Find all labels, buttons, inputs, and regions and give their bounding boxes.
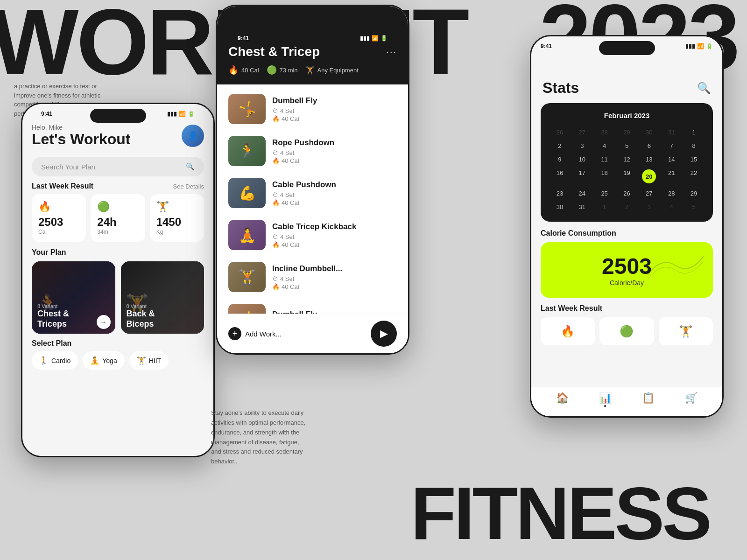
plan-nav-icon[interactable]: 📋 — [642, 392, 655, 404]
exercise-details-kickback: ⏱ 4 Set 🔥 40 Cal — [272, 233, 397, 248]
exercise-name-kickback: Cable Tricep Kickback — [272, 222, 397, 231]
plan-arrow-chest[interactable]: → — [97, 315, 111, 329]
phone1-greeting-block: Helo, Mike Let's Workout — [32, 124, 130, 147]
cal-day-31[interactable]: 31 — [571, 201, 593, 213]
exercise-details-cable: ⏱ 4 Set 🔥 40 Cal — [272, 191, 397, 206]
cal-day-13[interactable]: 13 — [638, 153, 660, 166]
exercise-item-dumbbell-fly[interactable]: 🤸 Dumbell Fly ⏱ 4 Set 🔥 40 Cal — [217, 88, 408, 130]
stat-card-weight: 🏋️ 1450 Kg — [150, 194, 204, 242]
plan-card-back[interactable]: 🏋️ 8 Variant Back &Biceps — [121, 261, 204, 334]
stats-search-icon[interactable]: 🔍 — [697, 82, 711, 95]
search-icon[interactable]: 🔍 — [186, 162, 195, 171]
cal-day-8[interactable]: 8 — [683, 140, 705, 152]
cal-prev-30: 30 — [638, 126, 660, 139]
cal-day-25[interactable]: 25 — [594, 187, 615, 200]
cal-icon3: 🔥 — [272, 199, 280, 206]
phone2-exercise-list: 🤸 Dumbell Fly ⏱ 4 Set 🔥 40 Cal — [217, 84, 408, 336]
nav-home[interactable]: 🏠 — [556, 392, 569, 407]
cal-day-20[interactable]: 20 — [638, 167, 660, 186]
cal-day-1[interactable]: 1 — [683, 126, 705, 139]
home-icon[interactable]: 🏠 — [556, 392, 569, 404]
exercise-img-rope: 🏃 — [228, 136, 266, 166]
play-button[interactable]: ▶ — [371, 321, 397, 347]
cardio-icon: 🚶 — [39, 356, 49, 365]
phone3-wifi: 📶 — [697, 43, 704, 49]
clock-icon: 🟢 — [97, 201, 138, 213]
calorie-card: 2503 Calorie/Day — [541, 242, 713, 298]
lw-flame-icon: 🔥 — [561, 325, 575, 338]
plan-variant-back: 8 Variant — [127, 303, 199, 309]
cal-day-14[interactable]: 14 — [661, 153, 682, 166]
nav-active-dot — [604, 405, 606, 407]
cal-day-23[interactable]: 23 — [549, 187, 571, 200]
phone2-more-button[interactable]: ··· — [386, 47, 397, 57]
exercise-item-rope-pushdown[interactable]: 🏃 Rope Pushdown ⏱ 4 Set 🔥 40 Cal — [217, 130, 408, 172]
cal-day-29[interactable]: 29 — [683, 187, 705, 200]
cal-day-12[interactable]: 12 — [616, 153, 638, 166]
cal-day-30[interactable]: 30 — [549, 201, 571, 213]
nav-stats[interactable]: 📊 — [599, 392, 612, 407]
nav-cart[interactable]: 🛒 — [685, 392, 698, 407]
cal-day-5[interactable]: 5 — [616, 140, 638, 152]
cal-day-16[interactable]: 16 — [549, 167, 571, 186]
cal-day-28[interactable]: 28 — [661, 187, 682, 200]
add-workout-button[interactable]: + Add Work... — [228, 327, 282, 340]
exercise-cal-dumbbell-fly: 🔥 40 Cal — [272, 115, 397, 122]
phone1-status-icons: ▮▮▮ 📶 🔋 — [167, 111, 195, 117]
chip-yoga[interactable]: 🧘 Yoga — [83, 351, 124, 370]
exercise-item-incline[interactable]: 🏋️ Incline Dumbbell... ⏱ 4 Set 🔥 40 Cal — [217, 256, 408, 298]
nav-plan[interactable]: 📋 — [642, 392, 655, 407]
cal-day-2[interactable]: 2 — [549, 140, 571, 152]
plan-card-chest[interactable]: 🏃 8 Variant Chest &Triceps → — [32, 261, 115, 334]
cal-day-10[interactable]: 10 — [571, 153, 593, 166]
cal-prev-27: 27 — [571, 126, 593, 139]
phone1-avatar[interactable]: 👤 — [182, 125, 204, 147]
cal-day-27[interactable]: 27 — [638, 187, 660, 200]
exercise-info-dumbbell-fly: Dumbell Fly ⏱ 4 Set 🔥 40 Cal — [272, 96, 397, 122]
chip-hiit[interactable]: 🏋 HIIT — [129, 351, 169, 370]
stat-calories-value: 2503 — [38, 216, 79, 229]
chip-yoga-label: Yoga — [102, 357, 117, 364]
cal-day-26[interactable]: 26 — [616, 187, 638, 200]
exercise-name-incline: Incline Dumbbell... — [272, 264, 397, 273]
phone3-last-week: Last Week Result 🔥 🟢 🏋️ — [531, 298, 722, 345]
cal-day-22[interactable]: 22 — [683, 167, 705, 186]
lw-clock-icon: 🟢 — [620, 325, 634, 338]
cal-day-21[interactable]: 21 — [661, 167, 682, 186]
lw-dumbbell-icon: 🏋️ — [679, 325, 693, 338]
cal-day-15[interactable]: 15 — [683, 153, 705, 166]
cal-today-20[interactable]: 20 — [642, 169, 656, 183]
cal-day-24[interactable]: 24 — [571, 187, 593, 200]
cal-day-19[interactable]: 19 — [616, 167, 638, 186]
exercise-info-incline: Incline Dumbbell... ⏱ 4 Set 🔥 40 Cal — [272, 264, 397, 290]
stats-nav-icon[interactable]: 📊 — [599, 392, 612, 404]
cal-day-6[interactable]: 6 — [638, 140, 660, 152]
cart-nav-icon[interactable]: 🛒 — [685, 392, 698, 404]
hiit-icon: 🏋 — [137, 356, 146, 365]
set-icon2: ⏱ — [272, 149, 278, 156]
cal-day-18[interactable]: 18 — [594, 167, 615, 186]
chip-cardio[interactable]: 🚶 Cardio — [32, 351, 78, 370]
phone2-meta: 🔥 40 Cal 🟢 73 min 🏋 Any Equipment — [228, 65, 397, 75]
cal-day-7[interactable]: 7 — [661, 140, 682, 152]
cal-day-4[interactable]: 4 — [594, 140, 615, 152]
exercise-item-cable-pushdown[interactable]: 💪 Cable Pushdown ⏱ 4 Set 🔥 40 Cal — [217, 172, 408, 214]
see-details-link[interactable]: See Details — [173, 183, 204, 190]
exercise-item-kickback[interactable]: 🧘 Cable Tricep Kickback ⏱ 4 Set 🔥 40 Cal — [217, 214, 408, 256]
phone3-battery: 🔋 — [706, 43, 713, 49]
exercise-details-rope: ⏱ 4 Set 🔥 40 Cal — [272, 149, 397, 164]
cal-day-11[interactable]: 11 — [594, 153, 615, 166]
cal-day-9[interactable]: 9 — [549, 153, 571, 166]
signal-icon: ▮▮▮ — [167, 111, 177, 117]
lw-card-time: 🟢 — [599, 317, 654, 345]
exercise-img-dumbbell-fly: 🤸 — [228, 94, 266, 124]
cal-day-3[interactable]: 3 — [571, 140, 593, 152]
chip-cardio-label: Cardio — [51, 357, 70, 364]
exercise-info-rope: Rope Pushdown ⏱ 4 Set 🔥 40 Cal — [272, 138, 397, 164]
last-week-title: Last Week Result — [32, 182, 93, 190]
phone1-search-bar[interactable]: Search Your Plan 🔍 — [32, 157, 204, 176]
calorie-title: Calorie Consumption — [541, 229, 713, 238]
cal-day-17[interactable]: 17 — [571, 167, 593, 186]
phone-right: 9:41 ▮▮▮ 📶 🔋 Stats 🔍 Februari 2023 26 27… — [530, 35, 724, 418]
exercise-name-cable: Cable Pushdown — [272, 180, 397, 189]
